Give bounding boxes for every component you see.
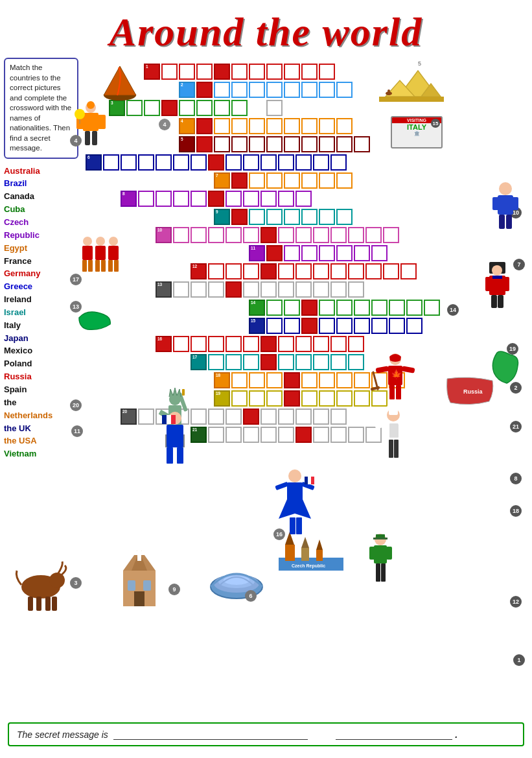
cell-15-8[interactable] — [371, 318, 387, 334]
cell-14-7[interactable] — [354, 300, 370, 316]
cell-8-8[interactable] — [243, 191, 259, 207]
cell-8-5[interactable] — [191, 191, 207, 207]
cell-14-10[interactable] — [406, 300, 422, 316]
cell-6-5[interactable] — [156, 154, 172, 171]
cell-10-8[interactable] — [278, 227, 294, 243]
cell-10-6[interactable] — [243, 227, 259, 243]
cell-5-6[interactable] — [266, 136, 283, 152]
cell-5-4[interactable] — [231, 136, 248, 152]
cell-7-7[interactable] — [319, 172, 335, 189]
cell-1-10[interactable] — [301, 64, 318, 80]
cell-7-3[interactable] — [249, 172, 265, 189]
cell-17-8[interactable] — [313, 354, 329, 370]
cell-19-8[interactable] — [336, 390, 353, 407]
cell-4-5[interactable] — [249, 118, 265, 134]
cell-8-10[interactable] — [278, 191, 294, 207]
cell-10-5[interactable] — [226, 227, 242, 243]
cell-20-11[interactable] — [295, 409, 312, 425]
cell-1-5[interactable] — [214, 64, 230, 80]
cell-19-6[interactable] — [301, 390, 318, 407]
cell-2-7[interactable] — [284, 82, 300, 98]
cell-7-5[interactable] — [284, 172, 300, 189]
cell-17-10[interactable] — [348, 354, 364, 370]
cell-17-2[interactable] — [208, 354, 224, 370]
cell-21-6[interactable] — [278, 427, 294, 443]
cell-1-6[interactable] — [231, 64, 248, 80]
cell-12-10[interactable] — [348, 263, 364, 279]
cell-17-9[interactable] — [330, 354, 347, 370]
cell-9-start[interactable]: 9 — [214, 209, 230, 225]
cell-10-10[interactable] — [313, 227, 329, 243]
cell-14-3[interactable] — [284, 300, 300, 316]
cell-3-7[interactable] — [214, 100, 230, 116]
cell-10-13[interactable] — [365, 227, 382, 243]
cell-18-start[interactable]: 18 — [214, 372, 230, 388]
cell-12-5[interactable] — [260, 263, 277, 279]
cell-4-2[interactable] — [196, 118, 213, 134]
cell-15-4[interactable] — [301, 318, 318, 334]
cell-4-10[interactable] — [336, 118, 353, 134]
cell-10-11[interactable] — [330, 227, 347, 243]
cell-12-8[interactable] — [313, 263, 329, 279]
cell-2-2[interactable] — [196, 82, 213, 98]
cell-14-8[interactable] — [371, 300, 387, 316]
cell-16-4[interactable] — [208, 336, 224, 352]
cell-9-6[interactable] — [301, 209, 318, 225]
cell-12-2[interactable] — [208, 263, 224, 279]
cell-16-7[interactable] — [260, 336, 277, 352]
cell-18-8[interactable] — [336, 372, 353, 388]
cell-6-10[interactable] — [243, 154, 259, 171]
cell-16-12[interactable] — [348, 336, 364, 352]
cell-8-3[interactable] — [156, 191, 172, 207]
cell-20-7[interactable] — [226, 409, 242, 425]
cell-13-5[interactable] — [226, 281, 242, 298]
cell-6-6[interactable] — [173, 154, 189, 171]
cell-14-2[interactable] — [266, 300, 283, 316]
cell-13-6[interactable] — [243, 281, 259, 298]
cell-1-start[interactable]: 1 — [144, 64, 160, 80]
cell-8-4[interactable] — [173, 191, 189, 207]
cell-9-3[interactable] — [249, 209, 265, 225]
cell-19-9[interactable] — [354, 390, 370, 407]
cell-9-7[interactable] — [319, 209, 335, 225]
cell-21-5[interactable] — [260, 427, 277, 443]
cell-7-start[interactable]: 7 — [214, 172, 230, 189]
cell-14-6[interactable] — [336, 300, 353, 316]
cell-18-9[interactable] — [354, 372, 370, 388]
cell-7-4[interactable] — [266, 172, 283, 189]
cell-15-7[interactable] — [354, 318, 370, 334]
cell-10-2[interactable] — [173, 227, 189, 243]
cell-2-5[interactable] — [249, 82, 265, 98]
cell-6-13[interactable] — [295, 154, 312, 171]
cell-1-7[interactable] — [249, 64, 265, 80]
cell-8-start[interactable]: 8 — [121, 191, 137, 207]
cell-12-3[interactable] — [226, 263, 242, 279]
cell-15-5[interactable] — [319, 318, 335, 334]
cell-11-7[interactable] — [354, 245, 370, 261]
cell-21-3[interactable] — [226, 427, 242, 443]
cell-16-8[interactable] — [278, 336, 294, 352]
cell-13-11[interactable] — [330, 281, 347, 298]
cell-16-9[interactable] — [295, 336, 312, 352]
cell-3-6[interactable] — [196, 100, 213, 116]
cell-21-9[interactable] — [330, 427, 347, 443]
cell-16-6[interactable] — [243, 336, 259, 352]
cell-5-2[interactable] — [196, 136, 213, 152]
cell-12-11[interactable] — [365, 263, 382, 279]
cell-6-7[interactable] — [191, 154, 207, 171]
cell-11-4[interactable] — [301, 245, 318, 261]
cell-19-2[interactable] — [231, 390, 248, 407]
cell-20-9[interactable] — [260, 409, 277, 425]
cell-3-4[interactable] — [161, 100, 178, 116]
cell-2-9[interactable] — [319, 82, 335, 98]
cell-13-3[interactable] — [191, 281, 207, 298]
cell-9-5[interactable] — [284, 209, 300, 225]
cell-1-9[interactable] — [284, 64, 300, 80]
cell-9-2[interactable] — [231, 209, 248, 225]
cell-17-start[interactable]: 17 — [191, 354, 207, 370]
cell-4-6[interactable] — [266, 118, 283, 134]
cell-21-4[interactable] — [243, 427, 259, 443]
cell-8-7[interactable] — [226, 191, 242, 207]
cell-13-7[interactable] — [260, 281, 277, 298]
cell-13-start[interactable]: 13 — [156, 281, 172, 298]
